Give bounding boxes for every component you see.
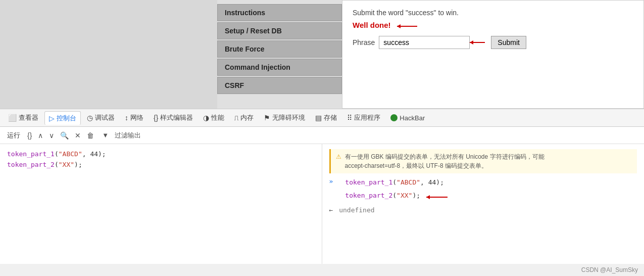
- submit-button[interactable]: Submit: [491, 36, 526, 49]
- phrase-arrow-icon: [469, 38, 487, 47]
- tab-accessibility-label: 无障碍环境: [272, 113, 305, 122]
- result-value: undefined: [339, 206, 374, 214]
- console-toolbar: 运行 {} ∧ ∨ 🔍 ✕ 🗑 ▼ 过滤输出: [0, 127, 644, 144]
- nav-item-csrf[interactable]: CSRF: [217, 77, 342, 94]
- nav-menu: Instructions Setup / Reset DB Brute Forc…: [217, 0, 342, 109]
- console-entry: » token_part_1("ABCD", 44); token_part_2…: [329, 177, 637, 214]
- style-editor-icon: {}: [154, 114, 158, 122]
- console-up-btn[interactable]: ∧: [36, 130, 45, 141]
- tab-memory[interactable]: ⎍ 内存: [230, 111, 258, 124]
- accessibility-icon: ⚑: [264, 114, 270, 122]
- footer: CSDN @AI_SumSky: [0, 264, 644, 276]
- svg-marker-3: [470, 40, 473, 44]
- tab-console-label: 控制台: [57, 114, 76, 123]
- well-done-text: Well done!: [353, 21, 391, 29]
- tab-application-label: 应用程序: [354, 113, 380, 122]
- hackbar-dot-icon: [390, 114, 398, 121]
- nav-item-setup[interactable]: Setup / Reset DB: [217, 22, 342, 39]
- viewer-icon: ⬜: [8, 114, 17, 122]
- tab-console[interactable]: ▷ 控制台: [44, 111, 81, 125]
- tab-hackbar[interactable]: HackBar: [386, 112, 429, 124]
- tab-debugger[interactable]: ◷ 调试器: [83, 111, 119, 124]
- console-result: ← undefined: [329, 206, 637, 214]
- nav-item-command-injection[interactable]: Command Injection: [217, 59, 342, 76]
- console-down-btn[interactable]: ∨: [47, 130, 56, 141]
- tab-hackbar-label: HackBar: [400, 114, 425, 122]
- code-line-2: token_part_2("XX");: [7, 160, 315, 170]
- nav-item-brute-force[interactable]: Brute Force: [217, 40, 342, 58]
- console-close-btn[interactable]: ✕: [73, 130, 83, 141]
- phrase-row: Phrase Submit: [353, 36, 633, 49]
- warning-box: ⚠ 有一使用 GBK 编码提交的表单，无法对所有 Unicode 字符进行编码，…: [329, 149, 637, 173]
- console-icon: ▷: [49, 114, 55, 122]
- devtools-toolbar: ⬜ 查看器 ▷ 控制台 ◷ 调试器 ↕ 网络 {} 样式编辑器 ◑ 性能 ⎍ 内…: [0, 109, 644, 127]
- console-braces-btn[interactable]: {}: [25, 130, 34, 141]
- application-icon: ⠿: [347, 114, 352, 122]
- console-input-area[interactable]: token_part_1("ABCD", 44); token_part_2("…: [0, 144, 322, 264]
- tab-network-label: 网络: [130, 113, 143, 122]
- right-panel: Submit the word "success" to win. Well d…: [342, 0, 644, 109]
- storage-icon: ▤: [315, 114, 322, 122]
- instruction-text: Submit the word "success" to win.: [353, 9, 633, 17]
- svg-marker-5: [426, 195, 430, 199]
- tab-network[interactable]: ↕ 网络: [121, 111, 147, 124]
- debugger-icon: ◷: [87, 114, 93, 122]
- network-icon: ↕: [125, 114, 128, 122]
- footer-credit: CSDN @AI_SumSky: [581, 266, 638, 273]
- console-prompt-symbol: »: [329, 177, 333, 185]
- tab-performance-label: 性能: [211, 113, 224, 122]
- code-line-1: token_part_1("ABCD", 44);: [7, 149, 315, 160]
- tab-style-editor-label: 样式编辑器: [160, 113, 193, 122]
- tab-accessibility[interactable]: ⚑ 无障碍环境: [260, 111, 309, 124]
- console-trash-btn[interactable]: 🗑: [85, 130, 96, 141]
- phrase-input[interactable]: [379, 36, 470, 49]
- warning-text-2: accept-charset=utf-8，最终以 UTF-8 编码提交表单。: [345, 162, 487, 169]
- filter-label: 过滤输出: [115, 131, 141, 140]
- performance-icon: ◑: [203, 114, 209, 122]
- phrase-label: Phrase: [353, 38, 375, 47]
- tab-debugger-label: 调试器: [95, 113, 115, 122]
- warning-icon: ⚠: [336, 153, 341, 160]
- output-arrow-icon: [422, 190, 450, 204]
- console-output-line-2: token_part_2("XX");: [345, 191, 420, 201]
- tab-storage-label: 存储: [324, 113, 337, 122]
- tab-style-editor[interactable]: {} 样式编辑器: [150, 111, 197, 124]
- tab-viewer[interactable]: ⬜ 查看器: [4, 111, 42, 124]
- console-output-line-1: token_part_1("ABCD", 44);: [345, 177, 450, 188]
- tab-performance[interactable]: ◑ 性能: [199, 111, 228, 124]
- run-label: 运行: [4, 131, 23, 140]
- tab-viewer-label: 查看器: [19, 113, 38, 122]
- console-zoom-btn[interactable]: 🔍: [58, 130, 71, 141]
- tab-application[interactable]: ⠿ 应用程序: [343, 111, 384, 124]
- svg-marker-1: [397, 24, 401, 28]
- filter-icon: ▼: [102, 131, 109, 139]
- console-content: token_part_1("ABCD", 44); token_part_2("…: [0, 144, 644, 264]
- result-arrow-icon: ←: [329, 206, 333, 214]
- tab-storage[interactable]: ▤ 存储: [311, 111, 341, 124]
- well-done-arrow-icon: [394, 21, 420, 32]
- tab-memory-label: 内存: [240, 113, 254, 122]
- nav-item-instructions[interactable]: Instructions: [217, 4, 342, 21]
- console-output-area: ⚠ 有一使用 GBK 编码提交的表单，无法对所有 Unicode 字符进行编码，…: [322, 144, 645, 264]
- warning-text-1: 有一使用 GBK 编码提交的表单，无法对所有 Unicode 字符进行编码，可能: [345, 153, 544, 160]
- memory-icon: ⎍: [234, 114, 238, 122]
- left-sidebar: [0, 0, 217, 109]
